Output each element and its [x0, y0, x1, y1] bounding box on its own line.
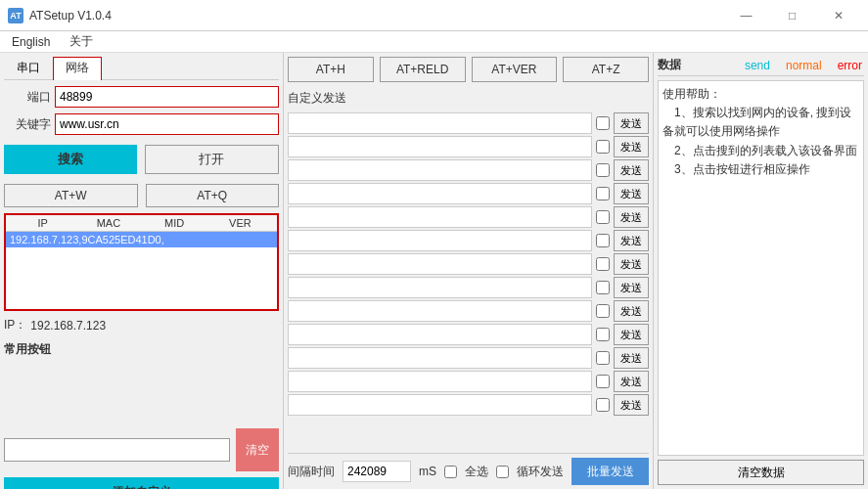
send-check-13[interactable] [596, 398, 610, 412]
keyword-row: 关键字 [4, 113, 279, 135]
at-row: AT+W AT+Q [4, 184, 279, 207]
col-mac: MAC [75, 217, 141, 229]
help-text: 使用帮助： 1、搜索以找到网内的设备, 搜到设备就可以使用网络操作 2、点击搜到… [662, 87, 857, 176]
send-row: 发送 [288, 371, 649, 392]
add-custom-row: 添加自定义 [4, 477, 279, 489]
send-check-5[interactable] [596, 210, 610, 224]
send-input-2[interactable] [288, 136, 592, 157]
at-reld-button[interactable]: AT+RELD [380, 57, 466, 82]
custom-text-input[interactable] [4, 438, 230, 462]
send-row: 发送 [288, 253, 649, 275]
send-check-4[interactable] [596, 187, 610, 200]
at-h-button[interactable]: AT+H [288, 57, 374, 82]
send-check-12[interactable] [596, 375, 610, 388]
send-input-1[interactable] [288, 112, 592, 134]
menu-english[interactable]: English [8, 33, 54, 51]
top-buttons-row: AT+H AT+RELD AT+VER AT+Z [288, 57, 649, 82]
send-row: 发送 [288, 183, 649, 204]
close-button[interactable]: ✕ [816, 6, 860, 25]
clear-button[interactable]: 清空 [236, 428, 279, 471]
menu-about[interactable]: 关于 [66, 31, 97, 52]
send-input-8[interactable] [288, 277, 592, 298]
send-btn-12[interactable]: 发送 [614, 371, 649, 392]
col-ip: IP [10, 217, 75, 229]
data-title: 数据 [658, 57, 681, 73]
send-row: 发送 [288, 277, 649, 298]
send-input-7[interactable] [288, 253, 592, 275]
send-input-4[interactable] [288, 183, 592, 204]
select-all-checkbox[interactable] [444, 466, 457, 478]
send-row: 发送 [288, 230, 649, 251]
send-check-1[interactable] [596, 116, 610, 130]
send-input-10[interactable] [288, 324, 592, 345]
send-check-9[interactable] [596, 304, 610, 318]
send-btn-11[interactable]: 发送 [614, 347, 649, 369]
send-input-11[interactable] [288, 347, 592, 369]
send-check-11[interactable] [596, 351, 610, 365]
send-row: 发送 [288, 300, 649, 322]
search-open-row: 搜索 打开 [4, 145, 279, 174]
send-btn-9[interactable]: 发送 [614, 300, 649, 322]
at-z-button[interactable]: AT+Z [563, 57, 649, 82]
send-row: 发送 [288, 347, 649, 369]
tab-network[interactable]: 网络 [53, 57, 102, 80]
send-btn-5[interactable]: 发送 [614, 206, 649, 228]
send-btn-2[interactable]: 发送 [614, 136, 649, 157]
send-check-6[interactable] [596, 234, 610, 247]
atq-button[interactable]: AT+Q [146, 184, 280, 207]
app-icon: AT [8, 8, 23, 23]
data-tab-send[interactable]: send [743, 58, 772, 73]
send-row: 发送 [288, 136, 649, 157]
ip-label: IP： [4, 317, 26, 333]
send-row: 发送 [288, 324, 649, 345]
data-tab-error[interactable]: error [836, 58, 864, 73]
send-input-9[interactable] [288, 300, 592, 322]
tab-serial[interactable]: 串口 [4, 57, 53, 79]
send-input-13[interactable] [288, 394, 592, 416]
send-check-2[interactable] [596, 140, 610, 154]
send-btn-13[interactable]: 发送 [614, 394, 649, 416]
data-header: 数据 send normal error [658, 57, 864, 76]
send-input-6[interactable] [288, 230, 592, 251]
atw-button[interactable]: AT+W [4, 184, 138, 207]
send-btn-6[interactable]: 发送 [614, 230, 649, 251]
interval-input[interactable] [343, 461, 411, 482]
open-button[interactable]: 打开 [145, 145, 280, 174]
send-check-7[interactable] [596, 257, 610, 271]
send-btn-3[interactable]: 发送 [614, 159, 649, 181]
right-panel: 数据 send normal error 使用帮助： 1、搜索以找到网内的设备,… [653, 53, 868, 489]
send-btn-7[interactable]: 发送 [614, 253, 649, 275]
send-btn-8[interactable]: 发送 [614, 277, 649, 298]
send-input-12[interactable] [288, 371, 592, 392]
send-btn-10[interactable]: 发送 [614, 324, 649, 345]
send-input-3[interactable] [288, 159, 592, 181]
app-title: ATSetup V1.0.4 [29, 9, 112, 22]
loop-label: 循环发送 [517, 464, 564, 480]
send-row: 发送 [288, 394, 649, 416]
data-tab-row: send normal error [743, 58, 864, 73]
add-custom-button[interactable]: 添加自定义 [4, 477, 279, 489]
send-input-5[interactable] [288, 206, 592, 228]
menu-bar: English 关于 [0, 31, 868, 53]
batch-send-button[interactable]: 批量发送 [571, 458, 649, 485]
device-row[interactable]: 192.168.7.123,9CA525ED41D0, [6, 232, 277, 247]
search-button[interactable]: 搜索 [4, 145, 137, 174]
left-panel: 串口 网络 端口 关键字 搜索 打开 AT+W AT+Q IP MAC [0, 53, 284, 489]
send-check-10[interactable] [596, 328, 610, 341]
port-input[interactable] [55, 86, 279, 108]
send-btn-1[interactable]: 发送 [614, 112, 649, 134]
device-table: IP MAC MID VER 192.168.7.123,9CA525ED41D… [4, 213, 279, 311]
send-btn-4[interactable]: 发送 [614, 183, 649, 204]
select-all-label: 全选 [465, 464, 488, 480]
at-ver-button[interactable]: AT+VER [472, 57, 558, 82]
maximize-button[interactable]: □ [770, 6, 814, 25]
send-check-3[interactable] [596, 163, 610, 177]
common-btns-label: 常用按钮 [4, 341, 279, 358]
send-check-8[interactable] [596, 281, 610, 294]
common-btns-area [4, 362, 279, 421]
data-tab-normal[interactable]: normal [784, 58, 824, 73]
keyword-input[interactable] [55, 113, 279, 135]
loop-checkbox[interactable] [496, 466, 509, 478]
minimize-button[interactable]: — [724, 6, 768, 25]
clear-data-button[interactable]: 清空数据 [658, 460, 864, 485]
